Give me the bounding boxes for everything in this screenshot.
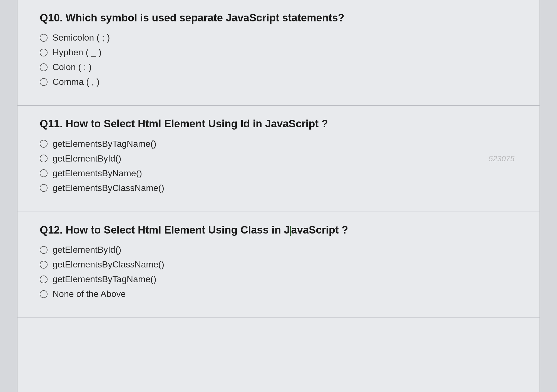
- radio-circle-q10b[interactable]: [40, 49, 48, 56]
- options-list-q11: getElementsByTagName()getElementById()ge…: [40, 139, 517, 193]
- radio-circle-q12c[interactable]: [40, 276, 48, 283]
- option-item-q12d[interactable]: None of the Above: [40, 289, 517, 299]
- option-item-q12c[interactable]: getElementsByTagName(): [40, 274, 517, 284]
- option-label-q12b: getElementsByClassName(): [53, 259, 164, 270]
- option-item-q10b[interactable]: Hyphen ( _ ): [40, 47, 517, 58]
- text-cursor: [290, 226, 291, 236]
- radio-circle-q12b[interactable]: [40, 261, 48, 269]
- radio-circle-q11c[interactable]: [40, 169, 48, 177]
- option-item-q12a[interactable]: getElementById(): [40, 245, 517, 255]
- question-block-q12: Q12. How to Select Html Element Using Cl…: [18, 212, 539, 318]
- option-label-q10a: Semicolon ( ; ): [53, 33, 110, 43]
- option-label-q12c: getElementsByTagName(): [53, 274, 156, 284]
- option-label-q10b: Hyphen ( _ ): [53, 47, 101, 58]
- option-label-q10d: Comma ( , ): [53, 77, 100, 87]
- option-item-q12b[interactable]: getElementsByClassName(): [40, 259, 517, 270]
- option-item-q10c[interactable]: Colon ( : ): [40, 62, 517, 72]
- option-item-q10a[interactable]: Semicolon ( ; ): [40, 33, 517, 43]
- question-block-q10: Q10. Which symbol is used separate JavaS…: [18, 0, 539, 106]
- watermark-q11: 523075: [489, 154, 514, 163]
- option-label-q11c: getElementsByName(): [53, 168, 142, 178]
- option-item-q11d[interactable]: getElementsByClassName(): [40, 183, 517, 193]
- question-block-q11: Q11. How to Select Html Element Using Id…: [18, 106, 539, 212]
- question-title-q10: Q10. Which symbol is used separate JavaS…: [40, 11, 517, 25]
- radio-circle-q11d[interactable]: [40, 184, 48, 192]
- question-title-q12: Q12. How to Select Html Element Using Cl…: [40, 223, 517, 237]
- options-list-q12: getElementById()getElementsByClassName()…: [40, 245, 517, 299]
- option-item-q10d[interactable]: Comma ( , ): [40, 77, 517, 87]
- option-label-q11d: getElementsByClassName(): [53, 183, 164, 193]
- radio-circle-q11b[interactable]: [40, 155, 48, 162]
- radio-circle-q10a[interactable]: [40, 34, 48, 42]
- radio-circle-q12d[interactable]: [40, 290, 48, 298]
- radio-circle-q12a[interactable]: [40, 246, 48, 254]
- radio-circle-q10c[interactable]: [40, 63, 48, 71]
- option-item-q11b[interactable]: getElementById(): [40, 153, 517, 164]
- option-label-q11a: getElementsByTagName(): [53, 139, 156, 149]
- option-label-q12d: None of the Above: [53, 289, 126, 299]
- option-item-q11a[interactable]: getElementsByTagName(): [40, 139, 517, 149]
- radio-circle-q10d[interactable]: [40, 78, 48, 86]
- option-label-q11b: getElementById(): [53, 153, 121, 164]
- questions-wrapper: Q10. Which symbol is used separate JavaS…: [17, 0, 540, 392]
- options-list-q10: Semicolon ( ; )Hyphen ( _ )Colon ( : )Co…: [40, 33, 517, 87]
- option-item-q11c[interactable]: getElementsByName(): [40, 168, 517, 178]
- option-label-q12a: getElementById(): [53, 245, 121, 255]
- radio-circle-q11a[interactable]: [40, 140, 48, 148]
- page-container: Q10. Which symbol is used separate JavaS…: [0, 0, 557, 392]
- question-title-q11: Q11. How to Select Html Element Using Id…: [40, 117, 517, 131]
- option-label-q10c: Colon ( : ): [53, 62, 91, 72]
